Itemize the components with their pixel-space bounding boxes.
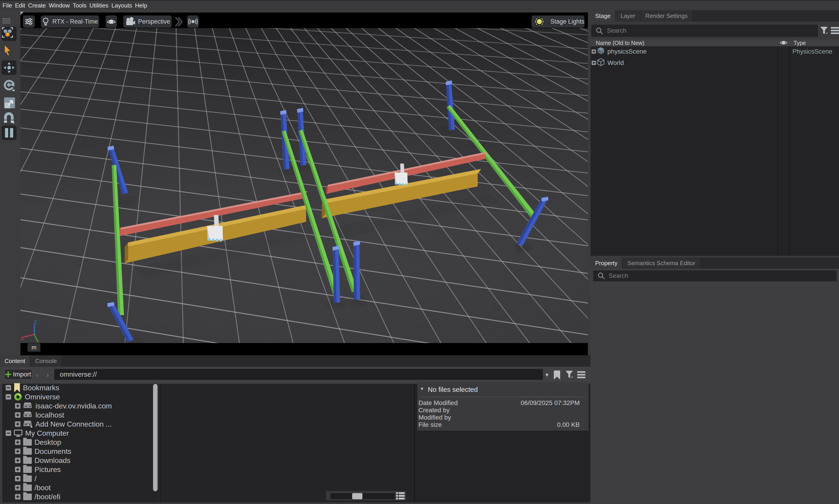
svg-text:Z: Z <box>34 320 37 326</box>
svg-text:X: X <box>20 335 24 341</box>
